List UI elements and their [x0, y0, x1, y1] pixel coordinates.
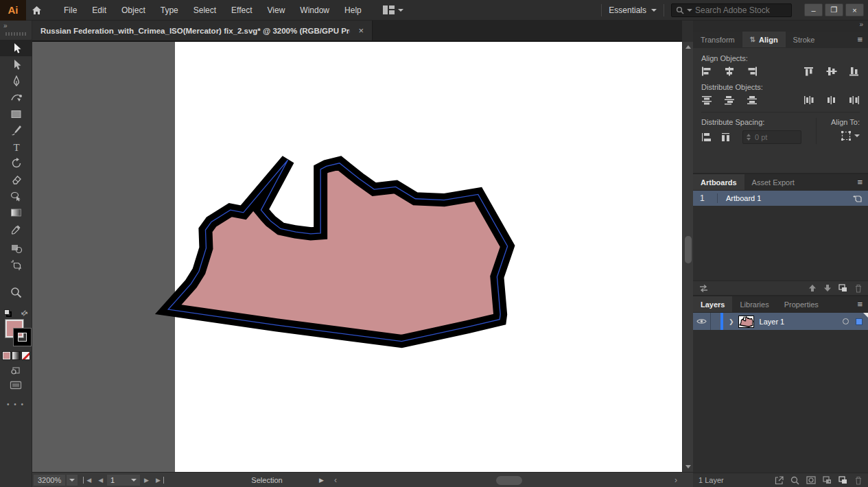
menu-view[interactable]: View	[260, 5, 293, 15]
rotate-tool[interactable]	[0, 155, 32, 171]
home-icon[interactable]	[26, 0, 47, 21]
align-to-button[interactable]	[822, 130, 860, 141]
map-shape[interactable]	[168, 160, 507, 341]
horizontal-scroll-thumb[interactable]	[496, 476, 522, 485]
menu-select[interactable]: Select	[186, 5, 224, 15]
artboard-name[interactable]: Artboard 1	[718, 194, 853, 202]
align-top-button[interactable]	[804, 67, 814, 76]
make-clipping-mask-icon[interactable]	[806, 476, 816, 484]
move-down-icon[interactable]	[823, 284, 832, 292]
document-tab[interactable]: Russian Federation_with_Crimea_ISO(Merca…	[32, 21, 373, 40]
maximize-button[interactable]: ❐	[825, 3, 843, 16]
panel-menu-icon[interactable]: ≡	[852, 32, 868, 47]
tab-properties[interactable]: Properties	[777, 296, 826, 312]
screen-mode-button[interactable]	[0, 381, 32, 390]
menu-edit[interactable]: Edit	[84, 5, 114, 15]
rectangle-tool[interactable]	[0, 106, 32, 122]
previous-artboard-button[interactable]: ◀	[95, 477, 106, 484]
stock-search-input[interactable]: Search Adobe Stock	[671, 3, 792, 17]
artboard-tool[interactable]	[0, 257, 32, 273]
symbol-tool[interactable]	[0, 240, 32, 257]
new-sublayer-icon[interactable]	[823, 476, 832, 484]
dock-collapse-strip[interactable]: »	[693, 21, 868, 32]
collect-for-export-icon[interactable]	[775, 476, 784, 485]
tab-align[interactable]: ⇅ Align	[742, 32, 786, 47]
close-tab-icon[interactable]: ×	[358, 25, 364, 36]
align-right-button[interactable]	[747, 67, 758, 76]
tab-stroke[interactable]: Stroke	[786, 32, 823, 47]
arrange-documents-button[interactable]	[379, 5, 408, 14]
layer-name[interactable]: Layer 1	[754, 318, 843, 326]
tab-transform[interactable]: Transform	[693, 32, 742, 47]
artboard-row[interactable]: 1 Artboard 1	[693, 191, 868, 206]
toolbar-grip[interactable]	[5, 32, 26, 36]
stepper-carets-icon[interactable]	[747, 134, 751, 141]
last-artboard-button[interactable]: ▶	[153, 477, 164, 484]
new-artboard-icon[interactable]	[838, 284, 847, 292]
distribute-bottom-button[interactable]	[747, 95, 758, 105]
color-button[interactable]	[2, 351, 11, 360]
eyedropper-tool[interactable]	[0, 221, 32, 237]
selection-tool[interactable]	[0, 40, 32, 56]
gradient-tool[interactable]	[0, 204, 32, 221]
default-fill-stroke-icon[interactable]	[4, 309, 12, 317]
align-bottom-button[interactable]	[849, 67, 860, 76]
menu-window[interactable]: Window	[292, 5, 337, 15]
toolbar-expand-icon[interactable]: »	[0, 21, 32, 29]
distribute-spacing-field[interactable]: 0 pt	[742, 130, 801, 144]
status-options-icon[interactable]: ▶	[319, 477, 324, 484]
zoom-dropdown-chevron-icon[interactable]	[67, 475, 78, 486]
distribute-vertical-center-button[interactable]	[724, 95, 735, 105]
menu-object[interactable]: Object	[114, 5, 153, 15]
lock-toggle-cell[interactable]	[711, 313, 720, 330]
shape-builder-tool[interactable]	[0, 188, 32, 204]
tab-asset-export[interactable]: Asset Export	[744, 174, 802, 190]
paintbrush-tool[interactable]	[0, 122, 32, 139]
distribute-horizontal-center-button[interactable]	[826, 95, 837, 105]
scroll-up-icon[interactable]	[685, 45, 691, 49]
move-up-icon[interactable]	[808, 284, 817, 292]
align-vertical-center-button[interactable]	[826, 67, 837, 76]
stroke-color-swatch[interactable]	[14, 329, 31, 346]
menu-effect[interactable]: Effect	[224, 5, 259, 15]
tab-libraries[interactable]: Libraries	[732, 296, 776, 312]
align-left-button[interactable]	[701, 67, 712, 76]
selection-proxy-icon[interactable]	[856, 318, 863, 325]
next-artboard-button[interactable]: ▶	[141, 477, 152, 484]
minimize-button[interactable]: –	[804, 3, 823, 16]
none-button[interactable]	[21, 351, 30, 360]
scroll-left-icon[interactable]: ‹	[330, 475, 341, 485]
scroll-down-icon[interactable]	[685, 465, 691, 468]
menu-file[interactable]: File	[56, 5, 84, 15]
layer-thumbnail[interactable]	[738, 316, 754, 328]
vertical-distribute-space-button[interactable]	[701, 132, 712, 142]
artboard-navigation-field[interactable]: 1	[107, 475, 140, 486]
scroll-right-icon[interactable]: ›	[670, 475, 681, 485]
distribute-right-button[interactable]	[849, 95, 860, 105]
drawing-mode-button[interactable]	[0, 366, 32, 375]
type-tool[interactable]: T	[0, 139, 32, 155]
close-button[interactable]: ×	[845, 3, 864, 16]
expand-layer-chevron-icon[interactable]: ❯	[723, 318, 738, 325]
canvas[interactable]	[32, 42, 682, 472]
distribute-top-button[interactable]	[701, 95, 712, 105]
panel-menu-icon[interactable]: ≡	[852, 296, 868, 312]
distribute-left-button[interactable]	[804, 95, 814, 105]
gradient-button[interactable]	[12, 351, 21, 360]
artboard-options-icon[interactable]	[853, 194, 868, 203]
target-circle-icon[interactable]	[843, 318, 849, 324]
tab-artboards[interactable]: Artboards	[693, 174, 744, 190]
edit-toolbar-button[interactable]: • • •	[0, 401, 32, 408]
menu-help[interactable]: Help	[337, 5, 369, 15]
swap-fill-stroke-icon[interactable]: ⇆	[19, 307, 30, 318]
vertical-scrollbar[interactable]	[682, 42, 693, 472]
eraser-tool[interactable]	[0, 171, 32, 188]
curvature-tool[interactable]	[0, 89, 32, 106]
pen-tool[interactable]	[0, 73, 32, 89]
delete-artboard-icon[interactable]	[854, 284, 863, 293]
layer-row[interactable]: ❯ Layer 1	[693, 313, 868, 330]
rearrange-artboards-icon[interactable]	[699, 284, 709, 293]
direct-selection-tool[interactable]	[0, 56, 32, 73]
new-layer-icon[interactable]	[838, 476, 847, 484]
vertical-scroll-thumb[interactable]	[685, 236, 692, 263]
